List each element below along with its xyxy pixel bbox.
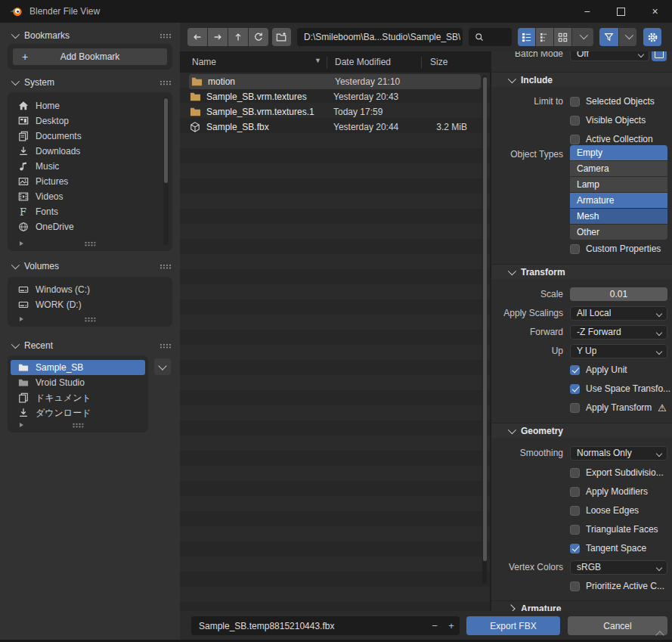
volumes-section-header[interactable]: Volumes [0,259,180,273]
triangulate-faces-checkbox[interactable] [570,525,580,535]
sidebar-item-pictures[interactable]: Pictures [11,174,169,189]
sidebar-item-documents[interactable]: Documents [11,129,169,144]
expand-arrow-icon[interactable] [20,423,23,427]
column-divider[interactable] [421,57,422,69]
object-type-other[interactable]: Other [570,225,667,240]
scale-value-field[interactable]: 0.01 [570,287,667,301]
window-title: Blender File View [29,6,100,17]
vertical-list-view-button[interactable] [518,28,535,46]
recent-options-dropdown-button[interactable] [154,358,171,375]
create-new-directory-button[interactable] [272,28,291,46]
bookmarks-section-header[interactable]: Bookmarks [0,29,180,42]
apply-scalings-dropdown[interactable]: All Local [570,306,667,321]
object-type-armature[interactable]: Armature [570,193,667,208]
resize-grip[interactable] [85,317,96,322]
file-list-scrollbar[interactable] [482,76,487,584]
volume-item-c-drive[interactable]: Windows (C:) [11,282,169,297]
apply-scalings-label: Apply Scalings [491,308,563,318]
export-subdivision-checkbox[interactable] [570,468,580,478]
volume-item-d-drive[interactable]: WORK (D:) [11,297,169,312]
filename-input[interactable]: Sample_SB.temp8815210443.fbx − + [191,616,460,635]
horizontal-list-view-button[interactable] [536,28,553,46]
sidebar-item-desktop[interactable]: Desktop [11,113,169,129]
apply-modifiers-checkbox[interactable] [570,487,580,497]
search-input[interactable] [469,28,512,46]
vertex-colors-dropdown[interactable]: sRGB [570,560,667,575]
smoothing-dropdown[interactable]: Normals Only [570,446,667,461]
column-header-name[interactable]: Name [192,57,216,67]
drag-grip[interactable] [159,80,171,85]
armature-section-header[interactable]: Armature [491,601,672,611]
object-type-lamp[interactable]: Lamp [570,177,667,192]
recent-item-documents-jp[interactable]: ドキュメント [11,390,145,405]
drag-grip[interactable] [159,343,171,349]
add-bookmark-button[interactable]: + Add Bookmark [13,48,167,65]
sidebar-item-fonts[interactable]: F Fonts [11,204,169,219]
apply-unit-checkbox[interactable] [570,365,580,375]
recent-item-downloads-jp[interactable]: ダウンロード [11,405,145,420]
resize-grip[interactable] [73,423,84,428]
use-space-transform-checkbox[interactable] [570,384,580,394]
geometry-section-header[interactable]: Geometry [491,423,672,438]
filter-toggle-button[interactable] [599,28,618,46]
increment-button[interactable]: + [443,616,460,635]
thumbnail-view-button[interactable] [554,28,571,46]
forward-button[interactable] [208,28,228,46]
apply-transform-checkbox[interactable] [570,403,580,413]
close-button[interactable]: × [638,0,672,23]
export-fbx-button[interactable]: Export FBX [466,616,560,635]
drag-grip[interactable] [159,264,171,269]
recent-section-header[interactable]: Recent [0,339,180,352]
file-row-textures[interactable]: Sample_SB.vrm.textures Yesterday 20:43 [187,89,482,104]
expand-arrow-icon[interactable] [20,317,23,321]
transform-section-header[interactable]: Transform [491,265,672,279]
column-divider[interactable] [327,57,327,69]
file-row-textures-1[interactable]: Sample_SB.vrm.textures.1 Today 17:59 [187,104,482,119]
active-collection-checkbox[interactable] [570,135,580,144]
up-dropdown[interactable]: Y Up [570,344,667,358]
system-scrollbar[interactable] [163,97,169,245]
refresh-button[interactable] [249,28,268,46]
settings-gear-button[interactable] [643,28,661,46]
cancel-button[interactable]: Cancel [568,616,667,635]
object-type-camera[interactable]: Camera [570,161,667,176]
visible-objects-checkbox[interactable] [570,116,580,126]
sidebar-item-downloads[interactable]: Downloads [11,144,169,159]
maximize-button[interactable] [604,0,638,23]
sidebar-item-onedrive[interactable]: OneDrive [11,219,169,234]
recent-item-label: Sample_SB [36,362,83,373]
file-row-fbx[interactable]: Sample_SB.fbx Yesterday 20:44 3.2 MiB [187,119,482,135]
object-type-mesh[interactable]: Mesh [570,209,667,224]
loose-edges-checkbox[interactable] [570,506,580,516]
selected-objects-checkbox[interactable] [570,97,580,107]
object-type-label: Empty [577,147,602,158]
resize-grip[interactable] [85,241,96,247]
recent-item-vroid-studio[interactable]: Vroid Studio [11,375,145,390]
expand-arrow-icon[interactable] [20,241,23,246]
column-header-size[interactable]: Size [430,57,447,67]
drag-grip[interactable] [159,33,171,39]
display-settings-dropdown-button[interactable] [572,28,593,46]
object-type-empty[interactable]: Empty [570,145,667,160]
column-header-date[interactable]: Date Modified [335,57,391,67]
directory-path-field[interactable]: D:\Smileboom\Ba...Studio\Sample_SB\ [297,28,463,46]
sidebar-item-home[interactable]: Home [11,98,169,113]
batch-mode-dropdown[interactable]: Off [570,51,649,61]
system-section-header[interactable]: System [0,76,180,89]
forward-dropdown[interactable]: -Z Forward [570,325,667,340]
decrement-button[interactable]: − [426,616,443,635]
recent-item-sample-sb[interactable]: Sample_SB [11,360,145,375]
sidebar-item-music[interactable]: Music [11,159,169,174]
filter-settings-dropdown-button[interactable] [619,28,636,46]
batch-own-dir-button[interactable] [652,51,667,61]
tangent-space-checkbox[interactable] [570,544,580,554]
back-button[interactable] [187,28,207,46]
file-row-motion[interactable]: motion Yesterday 21:10 [189,74,481,89]
sidebar-item-videos[interactable]: Videos [11,189,169,204]
include-section-header[interactable]: Include [491,73,672,87]
file-date: Yesterday 21:10 [335,76,400,87]
minimize-button[interactable]: − [570,0,604,23]
up-directory-button[interactable] [228,28,248,46]
custom-properties-checkbox[interactable] [570,244,580,254]
prioritize-active-color-checkbox[interactable] [570,582,580,591]
